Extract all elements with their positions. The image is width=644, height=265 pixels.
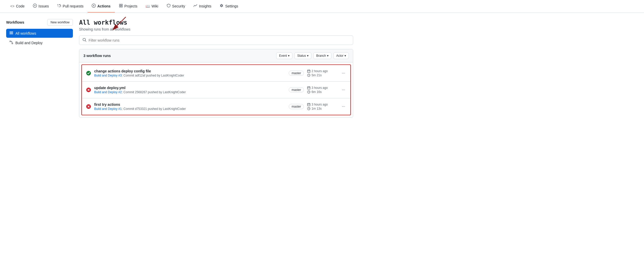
run-row: change actions deploy config file Build … [82,65,350,82]
run-row: first try actions Build and Deploy #1: C… [82,98,350,115]
nav-security[interactable]: Security [162,0,189,13]
pull-requests-icon [57,4,61,8]
run-more-button-0[interactable]: ··· [341,70,346,77]
filter-bar[interactable] [79,35,353,45]
sidebar-item-build-deploy-label: Build and Deploy [15,41,43,45]
issues-icon [33,4,37,8]
search-icon [82,38,86,43]
status-filter-button[interactable]: Status ▾ [294,52,311,59]
nav-settings[interactable]: Settings [215,0,242,13]
svg-rect-5 [121,4,122,5]
status-filter-label: Status [297,54,306,58]
runs-header: 3 workflow runs Event ▾ Status ▾ Branch … [79,49,353,62]
svg-marker-3 [93,5,95,6]
run-link-text-0[interactable]: Build and Deploy #3 [94,74,122,77]
sidebar-item-all-workflows[interactable]: All workflows [6,29,73,38]
svg-point-13 [10,41,11,42]
code-icon: <> [10,4,14,8]
run-title-1: update deploy.yml [94,86,286,90]
sidebar-title: Workflows [6,20,24,24]
nav-projects-label: Projects [124,4,138,8]
run-time-1: 3 hours ago 6m 16s [307,86,338,94]
sidebar-item-build-deploy[interactable]: Build and Deploy [6,38,73,47]
run-link-text-1[interactable]: Build and Deploy #2 [94,90,122,94]
page-title: All workflows [79,19,353,26]
svg-point-1 [34,5,35,6]
svg-point-14 [12,43,13,44]
insights-icon [193,4,197,8]
settings-icon [219,4,224,8]
runs-filters: Event ▾ Status ▾ Branch ▾ Actor ▾ [276,52,349,59]
actor-filter-button[interactable]: Actor ▾ [333,52,349,59]
svg-rect-26 [307,87,310,89]
run-status-success-icon [86,71,91,76]
run-more-button-2[interactable]: ··· [341,103,346,110]
svg-rect-4 [119,4,121,5]
actor-filter-label: Actor [336,54,343,58]
nav-wiki-label: Wiki [151,4,158,8]
run-title: change actions deploy config file [94,69,286,73]
branch-filter-chevron: ▾ [327,54,329,58]
event-filter-chevron: ▾ [288,54,290,58]
event-filter-button[interactable]: Event ▾ [276,52,292,59]
nav-security-label: Security [172,4,185,8]
nav-insights-label: Insights [199,4,211,8]
wiki-icon: 📖 [146,4,150,8]
run-row: update deploy.yml Build and Deploy #2: C… [82,82,350,98]
nav-issues-label: Issues [39,4,49,8]
nav-projects[interactable]: Projects [115,0,142,13]
run-branch-badge-1: master [289,87,304,92]
svg-rect-10 [9,32,13,32]
nav-actions-label: Actions [97,4,110,8]
build-deploy-icon [9,40,13,45]
nav-settings-label: Settings [225,4,238,8]
new-workflow-button[interactable]: New workflow [47,19,73,26]
event-filter-label: Event [279,54,287,58]
main-content: All workflows Showing runs from all work… [79,19,353,118]
nav-wiki[interactable]: 📖 Wiki [141,1,162,12]
top-nav: <> Code Issues Pull requests Actions Pro… [0,0,644,13]
run-meta-1: Build and Deploy #2: Commit 2568267 push… [94,90,286,94]
run-time-ago-1: 3 hours ago [312,86,328,90]
page-subtitle: Showing runs from all workflows [79,27,353,31]
svg-point-15 [83,38,85,41]
nav-actions[interactable]: Actions [88,0,114,13]
nav-pull-requests[interactable]: Pull requests [53,0,88,13]
run-meta-2: Build and Deploy #1: Commit d753321 push… [94,107,286,111]
nav-pull-requests-label: Pull requests [63,4,83,8]
run-branch-badge-0: master [289,71,304,76]
svg-rect-11 [9,33,13,33]
branch-filter-label: Branch [316,54,326,58]
svg-rect-34 [307,103,310,106]
run-branch-badge-2: master [289,104,304,109]
nav-code-label: Code [16,4,24,8]
branch-filter-button[interactable]: Branch ▾ [313,52,331,59]
nav-issues[interactable]: Issues [29,0,53,13]
sidebar-item-all-workflows-label: All workflows [15,31,36,35]
run-meta: Build and Deploy #3: Commit adf12af push… [94,74,286,77]
svg-rect-7 [121,6,122,7]
run-more-button-1[interactable]: ··· [341,87,346,93]
run-info-2: first try actions Build and Deploy #1: C… [94,102,286,111]
main-layout: Workflows New workflow All workflows Bui… [0,13,359,124]
svg-rect-18 [307,70,310,73]
projects-icon [119,4,123,8]
run-time-0: 2 hours ago 5m 21s [307,69,338,77]
runs-count: 3 workflow runs [83,54,111,58]
run-title-2: first try actions [94,102,286,107]
run-info-1: update deploy.yml Build and Deploy #2: C… [94,86,286,94]
run-time-ago-0: 2 hours ago [312,69,328,73]
runs-container: 3 workflow runs Event ▾ Status ▾ Branch … [79,49,353,118]
status-filter-chevron: ▾ [307,54,309,58]
run-time-ago-2: 3 hours ago [312,103,328,106]
run-time-2: 3 hours ago 1m 13s [307,103,338,110]
svg-line-16 [85,41,86,42]
svg-rect-12 [9,34,13,34]
run-duration-1: 6m 16s [312,90,322,94]
nav-insights[interactable]: Insights [189,0,215,13]
run-link-text-2[interactable]: Build and Deploy #1 [94,107,122,111]
sidebar: Workflows New workflow All workflows Bui… [6,19,73,118]
nav-code[interactable]: <> Code [6,1,29,12]
search-input[interactable] [89,38,350,42]
svg-point-17 [86,71,91,75]
